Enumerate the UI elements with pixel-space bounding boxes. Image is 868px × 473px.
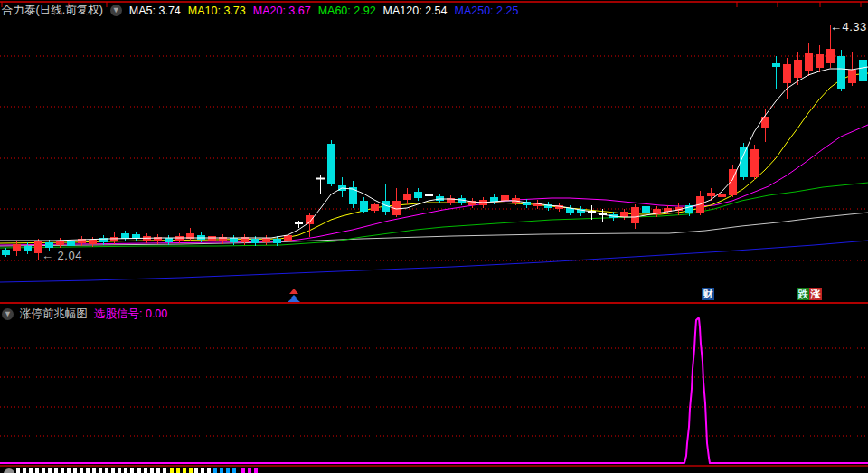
- chevron-down-icon[interactable]: ▼: [110, 5, 122, 16]
- chart-canvas[interactable]: [0, 0, 868, 473]
- ma20-label: MA20: 3.67: [253, 5, 311, 17]
- ma5-label: MA5: 3.74: [129, 5, 181, 17]
- pyramid-marker-icon[interactable]: [286, 288, 302, 303]
- low-price-annotation: ← 2.04: [42, 249, 82, 262]
- main-chart-header: 合力泰(日线.前复权) ▼ MA5: 3.74 MA10: 3.73 MA20:…: [2, 3, 518, 18]
- signal-value-label: 选股信号: 0.00: [94, 307, 167, 322]
- ma250-label: MA250: 2.25: [455, 5, 519, 17]
- trading-app-window: { "header": { "title": "合力泰(日线.前复权)", "c…: [0, 0, 868, 473]
- ma10-label: MA10: 3.73: [188, 5, 246, 17]
- ma60-label: MA60: 2.92: [318, 5, 376, 17]
- high-price-annotation: ←4.33: [830, 20, 867, 33]
- chevron-down-icon[interactable]: ▼: [2, 308, 14, 320]
- pyramid-top: [289, 289, 298, 294]
- badge-finance[interactable]: 财: [702, 288, 714, 300]
- ma120-label: MA120: 2.54: [383, 5, 448, 17]
- badge-fall[interactable]: 跌: [797, 288, 809, 300]
- indicator-panel-header: ▼ 涨停前兆幅图 选股信号: 0.00: [2, 307, 167, 322]
- indicator-title: 涨停前兆幅图: [20, 307, 88, 322]
- pyramid-base: [288, 297, 300, 302]
- stock-title: 合力泰(日线.前复权): [2, 3, 103, 18]
- badge-rise[interactable]: 涨: [809, 288, 822, 300]
